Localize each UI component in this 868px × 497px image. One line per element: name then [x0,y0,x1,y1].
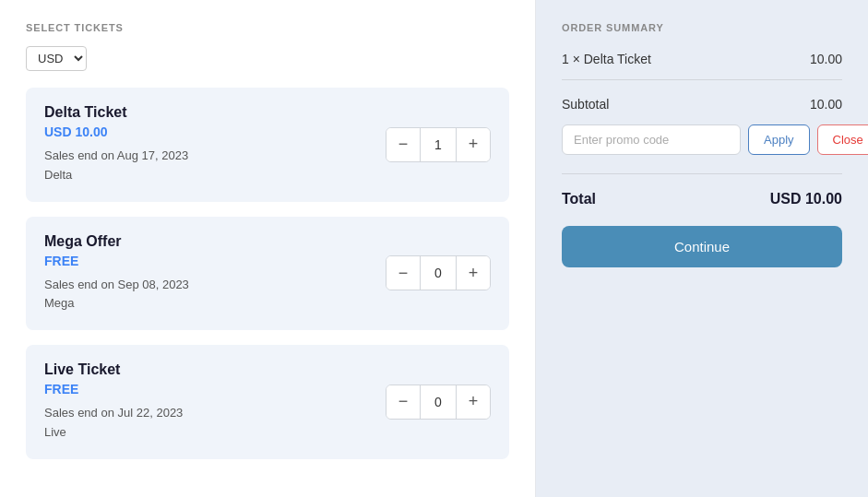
quantity-control: − + [386,127,491,162]
order-item-amount: 10.00 [810,52,842,66]
quantity-increase-button[interactable]: + [457,128,490,161]
ticket-info: Mega Offer FREE Sales end on Sep 08, 202… [44,233,189,314]
quantity-control: − + [386,255,491,290]
currency-select[interactable]: USD EUR GBP [26,46,87,71]
ticket-card: Delta Ticket USD 10.00 Sales end on Aug … [26,88,509,202]
quantity-decrease-button[interactable]: − [386,128,420,161]
quantity-decrease-button[interactable]: − [386,385,420,419]
subtotal-amount: 10.00 [810,97,842,112]
tickets-container: Delta Ticket USD 10.00 Sales end on Aug … [26,88,509,459]
total-row: Total USD 10.00 [562,191,842,207]
quantity-value[interactable] [420,256,457,290]
divider-1 [562,79,842,80]
apply-button[interactable]: Apply [748,124,810,155]
ticket-info: Live Ticket FREE Sales end on Jul 22, 20… [44,361,183,443]
total-amount: USD 10.00 [770,191,842,207]
continue-button[interactable]: Continue [562,226,842,267]
ticket-price: FREE [44,382,183,396]
total-label: Total [562,191,596,207]
divider-2 [562,173,842,174]
right-panel: ORDER SUMMARY 1 × Delta Ticket 10.00 Sub… [536,0,868,497]
quantity-decrease-button[interactable]: − [386,256,420,290]
ticket-name: Live Ticket [44,361,183,378]
ticket-meta: Sales end on Jul 22, 2023Live [44,404,183,443]
quantity-increase-button[interactable]: + [457,256,490,290]
ticket-name: Delta Ticket [44,104,188,121]
quantity-value[interactable] [420,385,457,419]
order-item-row: 1 × Delta Ticket 10.00 [562,52,842,66]
ticket-info: Delta Ticket USD 10.00 Sales end on Aug … [44,104,188,185]
promo-row: Apply Close [562,124,842,155]
left-panel: SELECT TICKETS USD EUR GBP Delta Ticket … [0,0,536,497]
ticket-card: Mega Offer FREE Sales end on Sep 08, 202… [26,217,509,331]
order-summary-title: ORDER SUMMARY [562,22,842,33]
order-items-container: 1 × Delta Ticket 10.00 [562,52,842,66]
close-button[interactable]: Close [817,124,868,155]
quantity-control: − + [386,385,491,420]
ticket-meta: Sales end on Aug 17, 2023Delta [44,147,188,185]
promo-input[interactable] [562,124,741,155]
subtotal-row: Subtotal 10.00 [562,97,842,112]
select-tickets-title: SELECT TICKETS [26,22,509,33]
ticket-price: FREE [44,254,189,268]
ticket-price: USD 10.00 [44,124,188,139]
quantity-increase-button[interactable]: + [457,385,490,419]
ticket-meta: Sales end on Sep 08, 2023Mega [44,276,189,314]
ticket-name: Mega Offer [44,233,189,250]
order-item-label: 1 × Delta Ticket [562,52,651,66]
ticket-card: Live Ticket FREE Sales end on Jul 22, 20… [26,345,509,459]
subtotal-label: Subtotal [562,97,609,112]
quantity-value[interactable] [420,128,457,161]
